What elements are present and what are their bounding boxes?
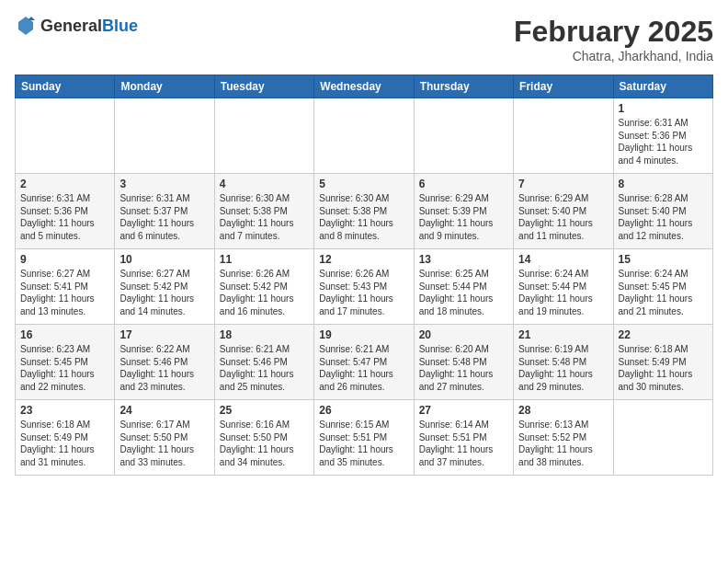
calendar-cell: 22Sunrise: 6:18 AM Sunset: 5:49 PM Dayli… [613,325,712,400]
logo-text: GeneralBlue [40,17,138,36]
day-number: 28 [518,404,608,417]
calendar-cell [16,98,115,174]
day-number: 10 [119,253,209,266]
day-number: 16 [20,328,109,341]
day-info: Sunrise: 6:29 AM Sunset: 5:39 PM Dayligh… [419,192,508,242]
day-info: Sunrise: 6:16 AM Sunset: 5:50 PM Dayligh… [220,419,309,468]
calendar-cell: 6Sunrise: 6:29 AM Sunset: 5:39 PM Daylig… [414,174,513,249]
day-number: 14 [518,253,608,266]
weekday-header-thursday: Thursday [414,75,513,98]
day-number: 25 [220,404,309,417]
day-info: Sunrise: 6:27 AM Sunset: 5:42 PM Dayligh… [119,268,209,317]
calendar-cell: 8Sunrise: 6:28 AM Sunset: 5:40 PM Daylig… [613,174,712,249]
calendar-cell: 14Sunrise: 6:24 AM Sunset: 5:44 PM Dayli… [514,249,613,325]
day-number: 8 [619,178,708,190]
day-info: Sunrise: 6:21 AM Sunset: 5:46 PM Dayligh… [220,343,309,393]
calendar-week-row: 9Sunrise: 6:27 AM Sunset: 5:41 PM Daylig… [16,249,713,325]
weekday-header-friday: Friday [514,75,613,98]
day-info: Sunrise: 6:20 AM Sunset: 5:48 PM Dayligh… [419,343,508,393]
title-area: February 2025 Chatra, Jharkhand, India [514,15,713,63]
calendar-cell: 17Sunrise: 6:22 AM Sunset: 5:46 PM Dayli… [115,325,214,400]
calendar-cell: 1Sunrise: 6:31 AM Sunset: 5:36 PM Daylig… [613,98,712,174]
day-number: 3 [119,178,209,190]
calendar-cell [414,98,513,174]
day-info: Sunrise: 6:21 AM Sunset: 5:47 PM Dayligh… [319,343,408,393]
day-info: Sunrise: 6:28 AM Sunset: 5:40 PM Dayligh… [619,192,708,242]
calendar-cell: 7Sunrise: 6:29 AM Sunset: 5:40 PM Daylig… [514,174,613,249]
day-number: 22 [619,328,708,341]
day-number: 23 [20,404,109,417]
calendar-cell [314,98,414,174]
calendar-cell: 19Sunrise: 6:21 AM Sunset: 5:47 PM Dayli… [314,325,414,400]
calendar-cell [514,98,613,174]
day-info: Sunrise: 6:31 AM Sunset: 5:36 PM Dayligh… [20,192,109,242]
calendar-cell [613,400,712,476]
calendar-cell: 4Sunrise: 6:30 AM Sunset: 5:38 PM Daylig… [214,174,313,249]
weekday-header-tuesday: Tuesday [214,75,313,98]
logo-icon [15,15,37,37]
calendar-cell: 24Sunrise: 6:17 AM Sunset: 5:50 PM Dayli… [115,400,214,476]
day-number: 21 [518,328,608,341]
calendar-cell: 11Sunrise: 6:26 AM Sunset: 5:42 PM Dayli… [214,249,313,325]
day-info: Sunrise: 6:30 AM Sunset: 5:38 PM Dayligh… [319,192,408,242]
day-number: 5 [319,178,408,190]
day-number: 15 [619,253,708,266]
calendar-cell: 5Sunrise: 6:30 AM Sunset: 5:38 PM Daylig… [314,174,414,249]
calendar-cell: 2Sunrise: 6:31 AM Sunset: 5:36 PM Daylig… [16,174,115,249]
calendar-cell: 23Sunrise: 6:18 AM Sunset: 5:49 PM Dayli… [16,400,115,476]
day-info: Sunrise: 6:24 AM Sunset: 5:45 PM Dayligh… [619,268,708,317]
calendar-cell: 28Sunrise: 6:13 AM Sunset: 5:52 PM Dayli… [514,400,613,476]
calendar-cell: 25Sunrise: 6:16 AM Sunset: 5:50 PM Dayli… [214,400,313,476]
day-number: 2 [20,178,109,190]
day-number: 18 [220,328,309,341]
calendar-cell [214,98,313,174]
day-info: Sunrise: 6:15 AM Sunset: 5:51 PM Dayligh… [319,419,408,468]
calendar-cell [115,98,214,174]
day-info: Sunrise: 6:30 AM Sunset: 5:38 PM Dayligh… [220,192,309,242]
weekday-header-sunday: Sunday [16,75,115,98]
day-info: Sunrise: 6:22 AM Sunset: 5:46 PM Dayligh… [119,343,209,393]
day-number: 24 [119,404,209,417]
calendar-cell: 15Sunrise: 6:24 AM Sunset: 5:45 PM Dayli… [613,249,712,325]
day-info: Sunrise: 6:25 AM Sunset: 5:44 PM Dayligh… [419,268,508,317]
day-number: 12 [319,253,408,266]
day-info: Sunrise: 6:13 AM Sunset: 5:52 PM Dayligh… [518,419,608,468]
day-number: 6 [419,178,508,190]
calendar-cell: 18Sunrise: 6:21 AM Sunset: 5:46 PM Dayli… [214,325,313,400]
weekday-header-monday: Monday [115,75,214,98]
day-number: 4 [220,178,309,190]
day-number: 11 [220,253,309,266]
calendar-week-row: 16Sunrise: 6:23 AM Sunset: 5:45 PM Dayli… [16,325,713,400]
day-info: Sunrise: 6:23 AM Sunset: 5:45 PM Dayligh… [20,343,109,393]
day-info: Sunrise: 6:24 AM Sunset: 5:44 PM Dayligh… [518,268,608,317]
day-info: Sunrise: 6:14 AM Sunset: 5:51 PM Dayligh… [419,419,508,468]
calendar-week-row: 2Sunrise: 6:31 AM Sunset: 5:36 PM Daylig… [16,174,713,249]
calendar-week-row: 23Sunrise: 6:18 AM Sunset: 5:49 PM Dayli… [16,400,713,476]
day-number: 19 [319,328,408,341]
calendar-cell: 21Sunrise: 6:19 AM Sunset: 5:48 PM Dayli… [514,325,613,400]
calendar-cell: 26Sunrise: 6:15 AM Sunset: 5:51 PM Dayli… [314,400,414,476]
day-info: Sunrise: 6:29 AM Sunset: 5:40 PM Dayligh… [518,192,608,242]
calendar-cell: 10Sunrise: 6:27 AM Sunset: 5:42 PM Dayli… [115,249,214,325]
day-info: Sunrise: 6:18 AM Sunset: 5:49 PM Dayligh… [20,419,109,468]
calendar-cell: 13Sunrise: 6:25 AM Sunset: 5:44 PM Dayli… [414,249,513,325]
day-info: Sunrise: 6:31 AM Sunset: 5:37 PM Dayligh… [119,192,209,242]
day-info: Sunrise: 6:27 AM Sunset: 5:41 PM Dayligh… [20,268,109,317]
day-number: 9 [20,253,109,266]
day-number: 17 [119,328,209,341]
weekday-header-saturday: Saturday [613,75,712,98]
calendar-table: SundayMondayTuesdayWednesdayThursdayFrid… [15,75,713,476]
calendar-cell: 9Sunrise: 6:27 AM Sunset: 5:41 PM Daylig… [16,249,115,325]
day-number: 7 [518,178,608,190]
weekday-header-wednesday: Wednesday [314,75,414,98]
day-info: Sunrise: 6:17 AM Sunset: 5:50 PM Dayligh… [119,419,209,468]
calendar-header-row: SundayMondayTuesdayWednesdayThursdayFrid… [16,75,713,98]
day-number: 26 [319,404,408,417]
day-number: 20 [419,328,508,341]
day-number: 27 [419,404,508,417]
calendar-week-row: 1Sunrise: 6:31 AM Sunset: 5:36 PM Daylig… [16,98,713,174]
calendar-cell: 3Sunrise: 6:31 AM Sunset: 5:37 PM Daylig… [115,174,214,249]
page-header: GeneralBlue February 2025 Chatra, Jharkh… [15,15,713,63]
calendar-cell: 12Sunrise: 6:26 AM Sunset: 5:43 PM Dayli… [314,249,414,325]
day-info: Sunrise: 6:31 AM Sunset: 5:36 PM Dayligh… [619,117,708,167]
